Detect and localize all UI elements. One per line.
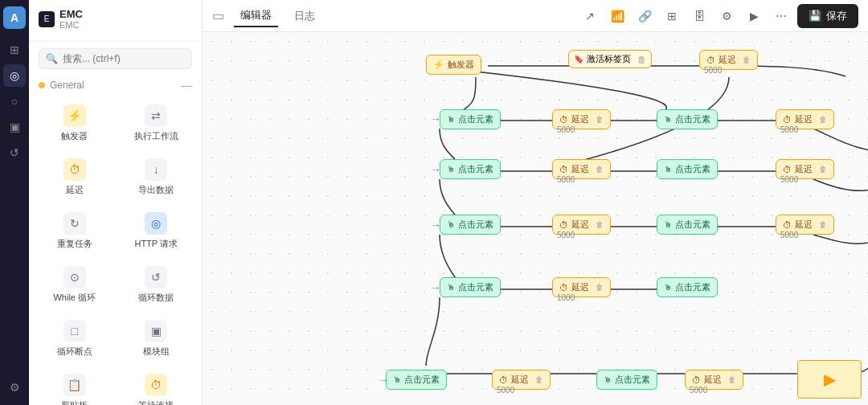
- click5-node[interactable]: 🖱 点击元素: [440, 215, 501, 235]
- delay4-label: 延迟: [571, 163, 589, 175]
- general-label: General: [50, 80, 84, 91]
- delay2-delete[interactable]: 🗑: [596, 115, 604, 124]
- click3-label: 点击元素: [458, 163, 493, 175]
- thumbnail-play-icon: ▶: [824, 370, 836, 389]
- wait-label: 等待连接: [138, 399, 174, 405]
- delay3-delete[interactable]: 🗑: [819, 115, 827, 124]
- delay5-icon: ⏱: [783, 165, 792, 174]
- export-topbar-btn[interactable]: ↗: [579, 5, 601, 27]
- delay1-label: 延迟: [719, 54, 736, 66]
- item-export[interactable]: ↓ 导出数据: [117, 152, 196, 202]
- delay8-label: 延迟: [571, 281, 589, 293]
- workflow-label: 执行工作流: [134, 130, 178, 142]
- click10-icon: 🖱: [604, 375, 612, 384]
- item-workflow[interactable]: ⇄ 执行工作流: [117, 98, 196, 149]
- delay3-icon: ⏱: [783, 115, 792, 125]
- item-module[interactable]: ▣ 模块组: [117, 313, 196, 364]
- share-topbar-btn[interactable]: 🔗: [633, 5, 656, 27]
- http-label: HTTP 请求: [134, 238, 178, 250]
- canvas-thumbnail[interactable]: ▶: [797, 360, 862, 399]
- item-loop-data[interactable]: ↺ 循环数据: [117, 260, 196, 310]
- delay2-icon: ⏱: [559, 115, 568, 125]
- database-topbar-btn[interactable]: 🗄: [688, 5, 710, 27]
- item-loop-break[interactable]: □ 循环断点: [35, 313, 114, 364]
- collapse-icon[interactable]: —: [181, 79, 192, 92]
- item-trigger[interactable]: ⚡ 触发器: [35, 98, 114, 149]
- tab-editor[interactable]: 编辑器: [234, 5, 278, 27]
- click2-node[interactable]: 🖱 点击元素: [657, 109, 718, 129]
- general-section-header[interactable]: General —: [29, 76, 202, 95]
- delay-icon: ⏱: [63, 158, 86, 181]
- save-button[interactable]: 💾 保存: [797, 4, 858, 28]
- delay9-delete[interactable]: 🗑: [535, 375, 543, 384]
- flow-canvas[interactable]: ⚡ 触发器 🔖 激活标签页 🗑 ⏱ 延迟 🗑 5000 → 🖱 点击元素 ⏱ 延…: [203, 32, 868, 405]
- item-clipboard[interactable]: 📋 剪贴板: [35, 367, 114, 405]
- delay8-value: 1000: [557, 293, 575, 302]
- repeat-icon: ↻: [63, 212, 86, 235]
- delay5-label: 延迟: [795, 163, 813, 175]
- delay2-value: 5000: [557, 125, 575, 134]
- sidebar-icon-bookmark[interactable]: ▣: [3, 116, 26, 138]
- repeat-label: 重复任务: [57, 238, 92, 250]
- search-input[interactable]: [63, 53, 185, 64]
- app-logo[interactable]: A: [3, 6, 26, 29]
- tab-log[interactable]: 日志: [288, 6, 321, 27]
- trigger-node[interactable]: ⚡ 触发器: [426, 55, 481, 75]
- sidebar-icon-search[interactable]: ◎: [3, 64, 26, 87]
- sidebar-icon-settings[interactable]: ⚙: [3, 376, 26, 399]
- click6-node[interactable]: 🖱 点击元素: [657, 215, 718, 235]
- general-items-grid: ⚡ 触发器 ⇄ 执行工作流 ⏱ 延迟 ↓ 导出数据 ↻ 重复任务 ◎ HTTP …: [29, 95, 202, 405]
- click8-node[interactable]: 🖱 点击元素: [657, 277, 718, 297]
- sidebar-icon-layers[interactable]: ⊞: [3, 39, 26, 61]
- clipboard-label: 剪贴板: [61, 399, 88, 405]
- signal-topbar-btn[interactable]: 📶: [606, 5, 628, 27]
- play-topbar-btn[interactable]: ▶: [743, 5, 765, 27]
- click9-node[interactable]: 🖱 点击元素: [386, 370, 447, 390]
- delay7-delete[interactable]: 🗑: [819, 220, 827, 229]
- topbar: ▭ 编辑器 日志 ↗ 📶 🔗 ⊞ 🗄 ⚙ ▶ ⋯ 💾 保存: [203, 0, 868, 32]
- trigger-node-label: 触发器: [448, 59, 474, 71]
- delay7-value: 5000: [780, 231, 798, 239]
- canvas-icon: ▭: [212, 8, 224, 23]
- delay9-label: 延迟: [511, 374, 529, 386]
- export-label: 导出数据: [138, 184, 174, 196]
- delay1-delete[interactable]: 🗑: [743, 55, 751, 64]
- click3-node[interactable]: 🖱 点击元素: [440, 159, 501, 179]
- click2-icon: 🖱: [664, 115, 672, 124]
- sidebar-icon-history[interactable]: ↺: [3, 141, 26, 164]
- click8-icon: 🖱: [664, 283, 672, 292]
- item-repeat[interactable]: ↻ 重复任务: [35, 206, 114, 256]
- delay5-delete[interactable]: 🗑: [819, 165, 827, 174]
- delay6-delete[interactable]: 🗑: [596, 220, 604, 229]
- more-topbar-btn[interactable]: ⋯: [770, 5, 792, 27]
- item-http[interactable]: ◎ HTTP 请求: [117, 206, 196, 256]
- sidebar-icon-clock[interactable]: ○: [3, 90, 26, 112]
- export-icon: ↓: [145, 158, 167, 181]
- delay2-label: 延迟: [571, 113, 589, 125]
- delay6-label: 延迟: [571, 219, 589, 231]
- delay10-delete[interactable]: 🗑: [728, 375, 736, 384]
- click4-node[interactable]: 🖱 点击元素: [657, 159, 718, 179]
- settings-topbar-btn[interactable]: ⚙: [715, 5, 738, 27]
- search-box[interactable]: 🔍: [39, 48, 192, 69]
- delay8-delete[interactable]: 🗑: [596, 283, 604, 292]
- item-delay[interactable]: ⏱ 延迟: [35, 152, 114, 202]
- click5-icon: 🖱: [447, 220, 455, 229]
- item-while[interactable]: ⊙ While 循环: [35, 260, 114, 310]
- delay8-icon: ⏱: [559, 283, 568, 292]
- loop-data-label: 循环数据: [138, 292, 174, 304]
- click5-label: 点击元素: [458, 219, 493, 231]
- delay-label: 延迟: [66, 184, 84, 196]
- delay7-icon: ⏱: [783, 220, 792, 230]
- delay10-label: 延迟: [704, 374, 722, 386]
- grid-topbar-btn[interactable]: ⊞: [661, 5, 683, 27]
- item-wait[interactable]: ⏱ 等待连接: [117, 367, 196, 405]
- delay4-delete[interactable]: 🗑: [596, 165, 604, 174]
- start-page-delete[interactable]: 🗑: [637, 55, 646, 64]
- start-page-node[interactable]: 🔖 激活标签页 🗑: [568, 50, 652, 68]
- click7-node[interactable]: 🖱 点击元素: [440, 277, 501, 297]
- click1-node[interactable]: 🖱 点击元素: [440, 109, 501, 129]
- click10-label: 点击元素: [615, 374, 650, 386]
- click10-node[interactable]: 🖱 点击元素: [596, 370, 657, 390]
- search-icon: 🔍: [46, 53, 58, 64]
